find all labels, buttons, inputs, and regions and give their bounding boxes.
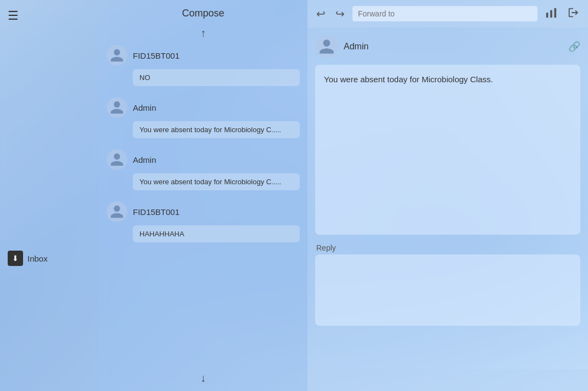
detail-avatar (315, 35, 338, 58)
svg-rect-2 (555, 8, 557, 17)
svg-rect-1 (550, 10, 552, 18)
inbox-nav-item[interactable]: ⬇ Inbox (0, 246, 55, 270)
chart-button[interactable] (543, 4, 559, 24)
detail-sender-name: Admin (344, 42, 368, 52)
forward-to-input[interactable] (352, 6, 537, 21)
avatar (107, 97, 127, 118)
sender-name: FID15BT001 (133, 51, 180, 60)
message-preview: You were absent today for Microbiology C… (133, 173, 300, 190)
attachment-icon: 🔗 (568, 41, 580, 53)
message-list: FID15BT001 NO Admin You were absent toda… (99, 45, 307, 367)
sender-row: Admin (107, 149, 300, 170)
sender-row: FID15BT001 (107, 45, 300, 66)
message-preview: HAHAHHAHA (133, 225, 300, 242)
message-body: You were absent today for Microbiology C… (315, 65, 580, 235)
list-item[interactable]: FID15BT001 HAHAHHAHA (107, 201, 300, 242)
bottom-toolbar (307, 369, 588, 391)
sender-name: Admin (133, 155, 156, 165)
reply-label: Reply (315, 243, 580, 252)
scroll-up-button[interactable]: ↑ (200, 27, 206, 39)
reply-back-button[interactable]: ↩ (314, 5, 328, 22)
scroll-down-button[interactable]: ↓ (200, 372, 206, 384)
list-item[interactable]: FID15BT001 NO (107, 45, 300, 86)
svg-rect-0 (546, 13, 548, 18)
detail-panel: Admin 🔗 You were absent today for Microb… (307, 0, 588, 391)
inbox-label: Inbox (27, 254, 48, 263)
sender-row: FID15BT001 (107, 201, 300, 222)
reply-textarea[interactable] (315, 254, 580, 326)
sender-name: Admin (133, 103, 156, 112)
message-preview: NO (133, 69, 300, 86)
avatar (107, 45, 127, 66)
list-item[interactable]: Admin You were absent today for Microbio… (107, 97, 300, 138)
list-item[interactable]: Admin You were absent today for Microbio… (107, 149, 300, 190)
forward-button[interactable]: ↪ (333, 5, 347, 22)
detail-content: Admin 🔗 You were absent today for Microb… (307, 27, 588, 369)
sender-name: FID15BT001 (133, 207, 180, 217)
hamburger-icon[interactable]: ☰ (0, 5, 26, 26)
message-preview: You were absent today for Microbiology C… (133, 121, 300, 138)
compose-title: Compose (99, 0, 307, 25)
sender-row: Admin (107, 97, 300, 118)
compose-panel: Compose ↑ FID15BT001 NO Admin You were a… (99, 0, 307, 391)
toolbar: ↩ ↪ (307, 0, 588, 27)
inbox-icon: ⬇ (8, 251, 23, 266)
detail-sender-row: Admin 🔗 (315, 35, 580, 58)
reply-section: Reply (315, 243, 580, 326)
logout-button[interactable] (565, 4, 581, 24)
avatar (107, 149, 127, 170)
sidebar: ☰ ⬇ Inbox (0, 0, 99, 391)
avatar (107, 201, 127, 222)
